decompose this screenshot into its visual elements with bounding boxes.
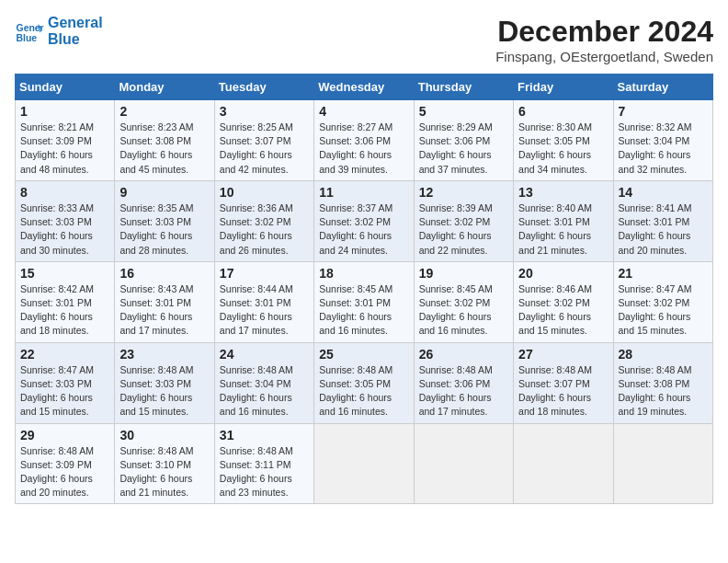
calendar-cell: 15 Sunrise: 8:42 AMSunset: 3:01 PMDaylig… [16,261,115,342]
day-info: Sunrise: 8:48 AMSunset: 3:07 PMDaylight:… [518,363,608,419]
day-number: 18 [319,266,408,281]
calendar-title: December 2024 [495,15,713,49]
day-number: 21 [619,266,708,281]
day-number: 8 [20,185,109,200]
calendar-cell: 6 Sunrise: 8:30 AMSunset: 3:05 PMDayligh… [514,100,613,181]
title-block: December 2024 Finspang, OEstergoetland, … [495,15,713,64]
day-number: 19 [419,266,508,281]
day-info: Sunrise: 8:45 AMSunset: 3:01 PMDaylight:… [319,282,408,339]
calendar-week-row: 15 Sunrise: 8:42 AMSunset: 3:01 PMDaylig… [16,261,713,342]
day-number: 28 [619,347,708,362]
calendar-cell: 10 Sunrise: 8:36 AMSunset: 3:02 PMDaylig… [214,180,313,261]
calendar-cell: 28 Sunrise: 8:48 AMSunset: 3:08 PMDaylig… [613,342,712,423]
calendar-cell: 17 Sunrise: 8:44 AMSunset: 3:01 PMDaylig… [214,261,313,342]
calendar-cell: 7 Sunrise: 8:32 AMSunset: 3:04 PMDayligh… [613,100,712,181]
day-number: 6 [518,104,608,119]
calendar-cell: 9 Sunrise: 8:35 AMSunset: 3:03 PMDayligh… [115,180,214,261]
calendar-cell: 22 Sunrise: 8:47 AMSunset: 3:03 PMDaylig… [16,342,115,423]
day-number: 31 [220,428,309,442]
calendar-cell [314,423,414,504]
calendar-cell: 16 Sunrise: 8:43 AMSunset: 3:01 PMDaylig… [115,261,214,342]
day-number: 25 [319,347,408,362]
calendar-cell: 21 Sunrise: 8:47 AMSunset: 3:02 PMDaylig… [613,261,712,342]
day-info: Sunrise: 8:29 AMSunset: 3:06 PMDaylight:… [419,121,508,177]
day-number: 3 [220,104,309,119]
calendar-cell: 19 Sunrise: 8:45 AMSunset: 3:02 PMDaylig… [414,261,513,342]
day-number: 9 [119,185,209,200]
day-number: 13 [518,185,608,200]
day-number: 1 [20,104,109,119]
logo: General Blue General Blue [15,15,103,47]
calendar-cell: 12 Sunrise: 8:39 AMSunset: 3:02 PMDaylig… [414,180,513,261]
day-info: Sunrise: 8:48 AMSunset: 3:04 PMDaylight:… [220,363,309,419]
day-number: 22 [20,347,109,362]
day-info: Sunrise: 8:45 AMSunset: 3:02 PMDaylight:… [419,282,508,339]
day-number: 5 [419,104,508,119]
day-number: 24 [220,347,309,362]
calendar-cell: 3 Sunrise: 8:25 AMSunset: 3:07 PMDayligh… [214,100,313,181]
day-info: Sunrise: 8:39 AMSunset: 3:02 PMDaylight:… [419,201,508,258]
day-info: Sunrise: 8:27 AMSunset: 3:06 PMDaylight:… [319,121,408,177]
day-header-sunday: Sunday [16,75,115,100]
day-info: Sunrise: 8:36 AMSunset: 3:02 PMDaylight:… [220,201,309,258]
day-info: Sunrise: 8:44 AMSunset: 3:01 PMDaylight:… [220,282,309,339]
day-number: 15 [20,266,109,281]
calendar-cell: 13 Sunrise: 8:40 AMSunset: 3:01 PMDaylig… [514,180,613,261]
day-info: Sunrise: 8:48 AMSunset: 3:09 PMDaylight:… [20,444,109,500]
calendar-cell: 8 Sunrise: 8:33 AMSunset: 3:03 PMDayligh… [16,180,115,261]
logo-line2: Blue [48,31,103,48]
calendar-cell: 30 Sunrise: 8:48 AMSunset: 3:10 PMDaylig… [115,423,214,504]
calendar-cell: 4 Sunrise: 8:27 AMSunset: 3:06 PMDayligh… [314,100,414,181]
calendar-cell: 14 Sunrise: 8:41 AMSunset: 3:01 PMDaylig… [613,180,712,261]
day-info: Sunrise: 8:23 AMSunset: 3:08 PMDaylight:… [119,121,209,177]
day-number: 7 [619,104,708,119]
day-info: Sunrise: 8:48 AMSunset: 3:03 PMDaylight:… [119,363,209,419]
day-number: 16 [119,266,209,281]
day-header-saturday: Saturday [613,75,712,100]
day-header-thursday: Thursday [414,75,513,100]
day-number: 27 [518,347,608,362]
day-info: Sunrise: 8:46 AMSunset: 3:02 PMDaylight:… [518,282,608,339]
calendar-cell: 25 Sunrise: 8:48 AMSunset: 3:05 PMDaylig… [314,342,414,423]
day-number: 11 [319,185,408,200]
calendar-cell: 2 Sunrise: 8:23 AMSunset: 3:08 PMDayligh… [115,100,214,181]
day-number: 23 [119,347,209,362]
calendar-cell [414,423,513,504]
day-info: Sunrise: 8:30 AMSunset: 3:05 PMDaylight:… [518,121,608,177]
calendar-cell: 29 Sunrise: 8:48 AMSunset: 3:09 PMDaylig… [16,423,115,504]
day-header-friday: Friday [514,75,613,100]
svg-text:Blue: Blue [17,33,38,43]
day-info: Sunrise: 8:42 AMSunset: 3:01 PMDaylight:… [20,282,109,339]
day-info: Sunrise: 8:25 AMSunset: 3:07 PMDaylight:… [220,121,309,177]
day-number: 29 [20,428,109,442]
calendar-table: SundayMondayTuesdayWednesdayThursdayFrid… [15,74,713,504]
day-info: Sunrise: 8:35 AMSunset: 3:03 PMDaylight:… [119,201,209,258]
day-number: 10 [220,185,309,200]
calendar-cell: 27 Sunrise: 8:48 AMSunset: 3:07 PMDaylig… [514,342,613,423]
calendar-subtitle: Finspang, OEstergoetland, Sweden [495,49,713,64]
day-header-wednesday: Wednesday [314,75,414,100]
calendar-week-row: 1 Sunrise: 8:21 AMSunset: 3:09 PMDayligh… [16,100,713,181]
calendar-week-row: 22 Sunrise: 8:47 AMSunset: 3:03 PMDaylig… [16,342,713,423]
day-info: Sunrise: 8:47 AMSunset: 3:02 PMDaylight:… [619,282,708,339]
calendar-cell: 23 Sunrise: 8:48 AMSunset: 3:03 PMDaylig… [115,342,214,423]
calendar-body: 1 Sunrise: 8:21 AMSunset: 3:09 PMDayligh… [16,100,713,504]
calendar-header-row: SundayMondayTuesdayWednesdayThursdayFrid… [16,75,713,100]
day-info: Sunrise: 8:48 AMSunset: 3:10 PMDaylight:… [119,444,209,500]
day-info: Sunrise: 8:43 AMSunset: 3:01 PMDaylight:… [119,282,209,339]
calendar-week-row: 29 Sunrise: 8:48 AMSunset: 3:09 PMDaylig… [16,423,713,504]
day-info: Sunrise: 8:48 AMSunset: 3:08 PMDaylight:… [619,363,708,419]
calendar-cell [613,423,712,504]
day-number: 2 [119,104,209,119]
calendar-cell: 20 Sunrise: 8:46 AMSunset: 3:02 PMDaylig… [514,261,613,342]
day-number: 12 [419,185,508,200]
logo-line1: General [48,15,103,31]
day-info: Sunrise: 8:37 AMSunset: 3:02 PMDaylight:… [319,201,408,258]
day-info: Sunrise: 8:21 AMSunset: 3:09 PMDaylight:… [20,121,109,177]
day-header-tuesday: Tuesday [214,75,313,100]
calendar-cell: 26 Sunrise: 8:48 AMSunset: 3:06 PMDaylig… [414,342,513,423]
calendar-cell [514,423,613,504]
day-number: 4 [319,104,408,119]
day-number: 20 [518,266,608,281]
day-header-monday: Monday [115,75,214,100]
